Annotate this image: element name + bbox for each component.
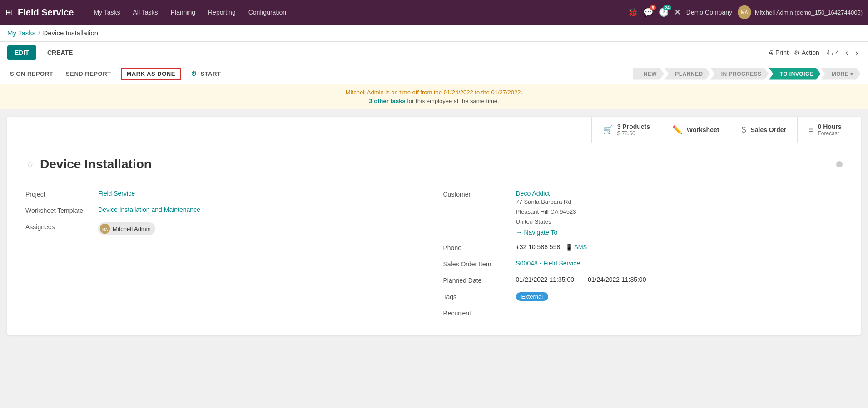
assignees-label: Assignees [25,222,98,231]
breadcrumb-parent[interactable]: My Tasks [7,29,35,37]
page-info: 4 / 4 [827,49,839,56]
mark-as-done-button[interactable]: MARK AS DONE [121,68,180,80]
field-customer: Customer Deco Addict 77 Santa Barbara Rd… [443,186,843,240]
field-recurrent: Recurrent [443,305,843,321]
tags-value: External [516,292,843,301]
clock-start-icon: ⏱ [191,70,197,77]
date-range: 01/21/2022 11:35:00 → 01/24/2022 11:35:0… [516,276,843,283]
lines-icon: ≡ [808,125,813,135]
create-button[interactable]: CREATE [42,45,79,60]
planned-date-value: 01/21/2022 11:35:00 → 01/24/2022 11:35:0… [516,276,843,283]
top-nav: ⊞ Field Service My Tasks All Tasks Plann… [0,0,868,25]
tag-external[interactable]: External [516,292,549,301]
send-report-button[interactable]: SEND REPORT [63,69,114,79]
phone-number: +32 10 588 558 [516,243,560,251]
worksheet-template-label: Worksheet Template [25,206,98,214]
assignees-value: MA Mitchell Admin [98,222,425,235]
pencil-icon: ✏️ [672,125,682,135]
nav-reporting[interactable]: Reporting [203,6,241,19]
grid-icon[interactable]: ⊞ [5,7,12,17]
avatar: MA [738,5,751,19]
assignee-avatar: MA [100,224,110,234]
form-left: Project Field Service Worksheet Template… [25,186,425,321]
bug-icon[interactable]: 🐞 [628,7,638,17]
phone-value: +32 10 588 558 📱 SMS [516,243,843,251]
project-value: Field Service [98,190,425,197]
stat-tab-worksheet[interactable]: ✏️ Worksheet [661,117,730,143]
start-button[interactable]: ⏱ START [188,69,224,79]
warning-banner: Mitchell Admin is on time off from the 0… [0,84,868,109]
phone-label: Phone [443,243,516,251]
warning-line2: 3 other tasks for this employee at the s… [7,98,861,104]
date-from: 01/21/2022 11:35:00 [516,276,574,283]
step-planned[interactable]: PLANNED [664,68,710,80]
field-worksheet-template: Worksheet Template Device Installation a… [25,202,425,219]
favorite-icon[interactable]: ☆ [25,158,35,170]
worksheet-template-value: Device Installation and Maintenance [98,206,425,213]
step-in-progress[interactable]: IN PROGRESS [710,68,769,80]
main-content: 🛒 3 Products $ 78.60 ✏️ Worksheet $ Sale… [0,109,868,342]
worksheet-label: Worksheet [687,126,719,133]
products-price: $ 78.60 [617,130,650,137]
step-more[interactable]: MORE ▾ [821,68,861,80]
navigate-to-link[interactable]: → Navigate To [516,229,843,236]
step-to-invoice[interactable]: TO INVOICE [769,68,821,80]
chat-icon[interactable]: 💬5 [643,7,653,17]
nav-all-tasks[interactable]: All Tasks [128,6,164,19]
project-link[interactable]: Field Service [98,190,135,197]
nav-icons: 🐞 💬5 🕐24 ✕ Demo Company MA Mitchell Admi… [628,5,863,19]
step-new[interactable]: NEW [633,68,665,80]
close-icon[interactable]: ✕ [674,7,681,17]
user-name: Mitchell Admin (demo_150_1642744005) [755,9,863,16]
nav-arrows: 4 / 4 ‹ › [825,47,861,59]
customer-address: 77 Santa Barbara RdPleasant Hill CA 9452… [516,197,843,227]
print-button[interactable]: 🖨 Print [767,49,789,56]
sales-order-link[interactable]: S00048 - Field Service [516,260,580,267]
clock-icon[interactable]: 🕐24 [659,7,669,17]
status-dot [836,161,843,167]
warning-line2-suffix: for this employee at the same time. [407,98,499,104]
breadcrumb-current: Device Installation [43,29,98,37]
other-tasks-link[interactable]: 3 other tasks [369,98,405,104]
warning-line1: Mitchell Admin is on time off from the 0… [7,89,861,96]
clock-badge: 24 [663,5,671,10]
form-body: ☆ Device Installation Project Field Serv… [7,143,861,335]
recurrent-value [516,309,843,316]
sms-button[interactable]: 📱 SMS [565,244,587,251]
action-button[interactable]: ⚙ Action [794,49,819,56]
hours-title: 0 Hours [818,123,842,130]
stat-tab-sales-order[interactable]: $ Sales Order [730,117,797,143]
sales-order-item-label: Sales Order Item [443,260,516,268]
stat-tab-products[interactable]: 🛒 3 Products $ 78.60 [591,117,661,143]
arrow-icon: → [516,229,522,236]
edit-button[interactable]: EDIT [7,45,36,60]
recurrent-checkbox[interactable] [516,309,522,315]
company-name[interactable]: Demo Company [686,9,732,16]
nav-configuration[interactable]: Configuration [243,6,292,19]
tags-label: Tags [443,292,516,300]
customer-link[interactable]: Deco Addict [516,190,843,197]
user-info[interactable]: MA Mitchell Admin (demo_150_1642744005) [738,5,863,19]
next-page-button[interactable]: › [853,47,861,59]
chat-badge: 5 [650,5,656,10]
breadcrumb-separator: / [38,29,40,37]
stat-tab-hours[interactable]: ≡ 0 Hours Forecast [797,117,861,143]
sales-order-item-value: S00048 - Field Service [516,260,843,267]
customer-value: Deco Addict 77 Santa Barbara RdPleasant … [516,190,843,236]
nav-my-tasks[interactable]: My Tasks [88,6,125,19]
sales-order-label: Sales Order [750,126,786,133]
content-card: 🛒 3 Products $ 78.60 ✏️ Worksheet $ Sale… [7,117,861,335]
field-sales-order-item: Sales Order Item S00048 - Field Service [443,256,843,272]
recurrent-label: Recurrent [443,309,516,317]
printer-icon: 🖨 [767,49,774,56]
sign-report-button[interactable]: SIGN REPORT [7,69,56,79]
field-project: Project Field Service [25,186,425,202]
field-phone: Phone +32 10 588 558 📱 SMS [443,240,843,256]
prev-page-button[interactable]: ‹ [843,47,851,59]
assignee-chip[interactable]: MA Mitchell Admin [98,222,155,235]
products-count: 3 Products [617,123,650,130]
worksheet-template-link[interactable]: Device Installation and Maintenance [98,206,200,213]
status-steps: NEW PLANNED IN PROGRESS TO INVOICE MORE … [633,68,861,80]
date-to: 01/24/2022 11:35:00 [588,276,646,283]
nav-planning[interactable]: Planning [165,6,201,19]
